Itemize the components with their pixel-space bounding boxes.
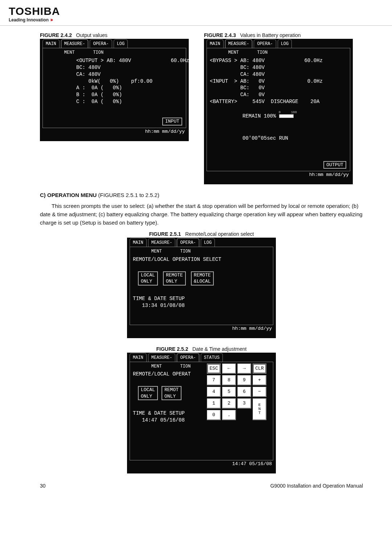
key-left[interactable]: ← (222, 364, 236, 374)
input-l1: <INPUT > AB: 0V 0.0Hz (210, 78, 323, 84)
tabs-242: MAIN MEASURE- MENT OPERA- TION LOG (40, 39, 188, 48)
remain-label: REMAIN 100% (242, 113, 276, 119)
input-l2: BC: 0V (210, 85, 265, 91)
numeric-keypad: ESC ← → CLR 7 8 9 + 4 5 6 − 1 2 (207, 364, 270, 420)
key-6[interactable]: 6 (237, 387, 251, 397)
output-button[interactable]: OUTPUT (323, 161, 346, 169)
input-l3: CA: 0V (210, 92, 265, 98)
caption-242: FIGURE 2.4.2 Output values (40, 32, 107, 38)
tab-log[interactable]: LOG (114, 39, 128, 48)
caption-243-bold: FIGURE 2.4.3 (204, 32, 236, 38)
tab-operation[interactable]: OPERA- TION (177, 353, 199, 362)
caption-243: FIGURE 2.4.3 Values in Battery operation (204, 32, 301, 38)
key-7[interactable]: 7 (207, 375, 221, 385)
key-2[interactable]: 2 (222, 398, 236, 409)
local-only-button[interactable]: LOCAL ONLY (138, 386, 158, 400)
bypass-l2: BC: 480V (210, 65, 265, 70)
remote-and-local-button[interactable]: REMOTE &LOCAL (191, 271, 214, 286)
lcd-body-252: REMOTE/LOCAL OPERAT LOCAL ONLY REMOT ONL… (130, 362, 273, 460)
tab-log[interactable]: LOG (201, 238, 215, 247)
remote-local-title-252: REMOTE/LOCAL OPERAT (133, 371, 191, 377)
tab-main[interactable]: MAIN (42, 39, 60, 48)
figure-2-5-1: FIGURE 2.5.1 Remote/Local operation sele… (127, 231, 276, 338)
page-number: 30 (40, 483, 46, 489)
caption-252-bold: FIGURE 2.5.2 (156, 346, 188, 352)
section-c-body: This screen prompts the user to select: … (40, 202, 363, 227)
tab-operation[interactable]: OPERA- TION (254, 39, 276, 48)
caption-251-bold: FIGURE 2.5.1 (149, 231, 181, 237)
section-c: C) OPERATION MENU (FIGURES 2.5.1 to 2.5.… (40, 191, 363, 227)
caption-251: FIGURE 2.5.1 Remote/Local operation sele… (149, 231, 254, 237)
doc-title: G9000 Installation and Operation Manual (270, 483, 363, 489)
tab-main[interactable]: MAIN (130, 238, 147, 247)
brand-header: TOSHIBA Leading Innovation ››› (0, 0, 392, 26)
key-dot[interactable]: . (222, 410, 236, 420)
gauge-tick-0: 0 (279, 110, 281, 115)
figure-row-24: FIGURE 2.4.2 Output values MAIN MEASURE-… (40, 32, 363, 184)
section-c-heading-ref: (FIGURES 2.5.1 to 2.5.2) (98, 192, 159, 198)
lcd-body-242: <OUTPUT > AB: 480V 60.0Hz BC: 480V CA: 4… (42, 48, 186, 128)
bypass-l3: CA: 480V (210, 71, 265, 77)
tab-measurement[interactable]: MEASURE- MENT (225, 39, 253, 48)
key-5[interactable]: 5 (222, 387, 236, 397)
remain-row: REMAIN 100% 0 100 (210, 112, 347, 120)
chevrons-icon: ››› (50, 17, 52, 22)
figure-2-5-2-wrap: FIGURE 2.5.2 Date & Time adjustment MAIN… (40, 346, 363, 473)
elapsed-text: 00'00"05sec RUN (242, 135, 288, 141)
remote-only-button[interactable]: REMOTE ONLY (163, 271, 186, 286)
remote-only-button[interactable]: REMOT ONLY (162, 386, 181, 400)
gauge-tick-100: 100 (291, 110, 297, 115)
figure-2-5-1-wrap: FIGURE 2.5.1 Remote/Local operation sele… (40, 231, 363, 338)
brand-name: TOSHIBA (9, 5, 392, 17)
lcd-252: MAIN MEASURE- MENT OPERA- TION STATUS RE… (127, 353, 276, 473)
lcd-251: MAIN MEASURE- MENT OPERA- TION LOG REMOT… (127, 238, 276, 338)
key-ent[interactable]: E N T (253, 398, 266, 420)
tab-main[interactable]: MAIN (130, 353, 147, 362)
lcd-foot-242: hh:mm mm/dd/yy (40, 128, 188, 134)
tab-operation[interactable]: OPERA- TION (177, 238, 199, 247)
tab-main[interactable]: MAIN (207, 39, 224, 48)
tab-status[interactable]: STATUS (201, 353, 223, 362)
time-date-setup-label: TIME & DATE SETUP (133, 296, 185, 301)
key-esc[interactable]: ESC (207, 364, 221, 374)
key-minus[interactable]: − (253, 387, 266, 397)
tab-measurement[interactable]: MEASURE- MENT (148, 238, 176, 247)
lcd-foot-243: hh:mm mm/dd/yy (204, 171, 352, 177)
tab-log[interactable]: LOG (278, 39, 292, 48)
key-0[interactable]: 0 (207, 410, 221, 420)
bypass-l1: <BYPASS > AB: 480V 60.0Hz (210, 58, 323, 63)
key-3[interactable]: 3 (237, 398, 251, 409)
key-plus[interactable]: + (253, 375, 266, 385)
caption-251-rest: Remote/Local operation select (185, 231, 254, 237)
key-4[interactable]: 4 (207, 387, 221, 397)
caption-252-rest: Date & Time adjustment (192, 346, 246, 352)
key-9[interactable]: 9 (237, 375, 251, 385)
lcd-body-251: REMOTE/LOCAL OPERATION SELECT LOCAL ONLY… (130, 247, 273, 325)
figure-2-5-2: FIGURE 2.5.2 Date & Time adjustment MAIN… (127, 346, 276, 473)
time-date-setup-label-252: TIME & DATE SETUP (133, 410, 185, 416)
local-only-button[interactable]: LOCAL ONLY (138, 271, 158, 286)
lcd-body-243: <BYPASS > AB: 480V 60.0Hz BC: 480V CA: 4… (207, 48, 350, 171)
lcd-foot-251: hh:mm mm/dd/yy (127, 325, 275, 331)
tab-measurement[interactable]: MEASURE- MENT (148, 353, 176, 362)
lcd-foot-252: 14:47 05/16/08 (127, 460, 275, 467)
caption-243-rest: Values in Battery operation (240, 32, 301, 38)
key-clr[interactable]: CLR (253, 364, 266, 374)
figure-2-4-2: FIGURE 2.4.2 Output values MAIN MEASURE-… (40, 32, 189, 184)
gauge-fill (279, 115, 293, 118)
remain-gauge: 0 100 (279, 114, 294, 118)
figure-2-4-3: FIGURE 2.4.3 Values in Battery operation… (204, 32, 353, 184)
tab-measurement[interactable]: MEASURE- MENT (61, 39, 89, 48)
tabs-243: MAIN MEASURE- MENT OPERA- TION LOG (204, 39, 352, 48)
remote-local-title: REMOTE/LOCAL OPERATION SELECT (133, 257, 221, 262)
caption-242-bold: FIGURE 2.4.2 (40, 32, 72, 38)
time-date-value-252: 14:47 05/16/08 (133, 417, 185, 423)
key-8[interactable]: 8 (222, 375, 236, 385)
tab-operation[interactable]: OPERA- TION (90, 39, 112, 48)
input-button[interactable]: INPUT (162, 118, 182, 126)
brand-tagline-text: Leading Innovation (9, 17, 49, 22)
key-1[interactable]: 1 (207, 398, 221, 409)
page-body: FIGURE 2.4.2 Output values MAIN MEASURE-… (0, 26, 392, 495)
key-right[interactable]: → (237, 364, 251, 374)
caption-252: FIGURE 2.5.2 Date & Time adjustment (156, 346, 247, 352)
